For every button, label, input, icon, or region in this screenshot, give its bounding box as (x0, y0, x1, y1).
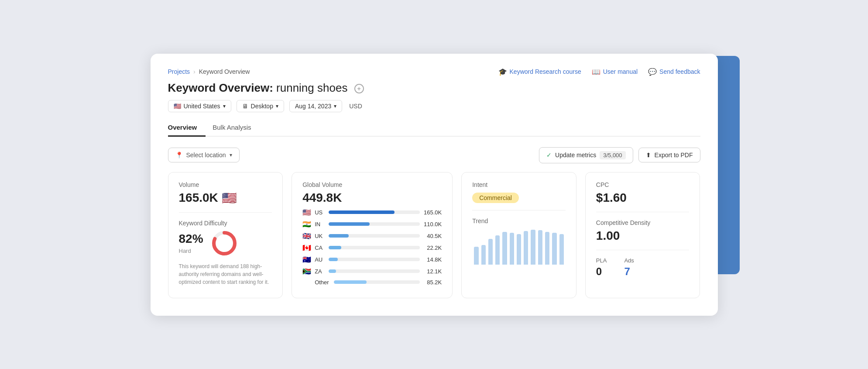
country-row-za: 🇿🇦 ZA 12.1K (302, 267, 442, 276)
country-row-au: 🇦🇺 AU 14.8K (302, 255, 442, 264)
breadcrumb-current: Keyword Overview (199, 68, 250, 75)
code-za: ZA (315, 268, 325, 275)
flag-uk: 🇬🇧 (302, 232, 311, 240)
pla-ads-row: PLA 0 Ads 7 (596, 257, 690, 278)
intent-badge: Commercial (472, 193, 519, 203)
country-row-us: 🇺🇸 US 165.0K (302, 208, 442, 217)
main-card: Projects › Keyword Overview 🎓 Keyword Re… (151, 54, 718, 316)
country-filter[interactable]: 🇺🇸 United States ▾ (168, 100, 231, 112)
user-manual-link[interactable]: 📖 User manual (592, 68, 638, 76)
code-other: Other (315, 279, 330, 286)
difficulty-description: This keyword will demand 188 high-author… (179, 262, 272, 286)
country-label: United States (184, 103, 220, 110)
tab-overview[interactable]: Overview (168, 119, 206, 137)
bar-track-ca (329, 246, 420, 249)
location-pin-icon: 📍 (175, 152, 183, 159)
country-list: 🇺🇸 US 165.0K 🇮🇳 IN 11 (302, 208, 442, 286)
title-prefix: Keyword Overview: (168, 81, 273, 94)
us-flag-volume: 🇺🇸 (222, 191, 237, 205)
pla-value: 0 (596, 266, 607, 278)
breadcrumb: Projects › Keyword Overview (168, 68, 250, 75)
check-icon: ✓ (546, 152, 552, 159)
bar-fill-za (329, 269, 336, 273)
value-uk: 40.5K (423, 233, 442, 239)
country-row-in: 🇮🇳 IN 110.0K (302, 220, 442, 228)
bar-track-other (334, 280, 420, 284)
card-intent-trend: Intent Commercial Trend (461, 172, 576, 298)
value-ca: 22.2K (423, 245, 442, 251)
export-pdf-button[interactable]: ⬆ Export to PDF (638, 148, 700, 162)
tab-bulk-analysis[interactable]: Bulk Analysis (213, 119, 260, 137)
send-feedback-label: Send feedback (659, 68, 700, 75)
divider-4 (596, 250, 690, 250)
user-manual-label: User manual (603, 68, 638, 75)
trend-bar-10 (545, 232, 549, 265)
ads-value: 7 (624, 266, 634, 278)
bar-fill-us (329, 210, 395, 214)
country-row-uk: 🇬🇧 UK 40.5K (302, 232, 442, 240)
volume-label: Volume (179, 181, 272, 188)
breadcrumb-separator: › (193, 68, 196, 75)
volume-value: 165.0K 🇺🇸 (179, 191, 272, 205)
bar-fill-in (329, 222, 370, 226)
select-location-button[interactable]: 📍 Select location ▾ (168, 148, 240, 162)
flag-in: 🇮🇳 (302, 220, 311, 228)
trend-label: Trend (472, 217, 566, 224)
pla-item: PLA 0 (596, 257, 607, 278)
trend-bar-3 (495, 235, 500, 264)
trend-bar-7 (524, 231, 528, 265)
kd-label: Keyword Difficulty (179, 220, 272, 227)
trend-chart (472, 230, 566, 265)
bar-track-uk (329, 234, 420, 238)
send-feedback-link[interactable]: 💬 Send feedback (648, 68, 700, 76)
cpc-value: $1.60 (596, 191, 690, 205)
comp-density-label: Competitive Density (596, 219, 690, 226)
bar-fill-au (329, 258, 338, 261)
update-metrics-button[interactable]: ✓ Update metrics 3/5,000 (539, 147, 633, 163)
date-label: Aug 14, 2023 (295, 103, 331, 110)
bar-fill-other (334, 280, 367, 284)
pla-label: PLA (596, 257, 607, 264)
desktop-icon: 🖥 (242, 103, 248, 110)
bar-fill-uk (329, 234, 349, 238)
value-za: 12.1K (423, 268, 442, 275)
divider-3 (596, 212, 690, 212)
trend-bar-6 (517, 234, 521, 264)
cpc-label: CPC (596, 181, 690, 188)
date-filter[interactable]: Aug 14, 2023 ▾ (289, 100, 342, 112)
keyword-text: running shoes (276, 81, 347, 94)
add-keyword-icon[interactable]: + (354, 84, 364, 93)
trend-bar-0 (474, 247, 478, 265)
intent-label: Intent (472, 181, 566, 188)
book-icon: 📖 (592, 68, 600, 76)
country-row-other: Other 85.2K (302, 279, 442, 286)
bar-track-us (329, 210, 420, 214)
comp-density-value: 1.00 (596, 229, 690, 243)
date-chevron-icon: ▾ (334, 103, 336, 109)
code-au: AU (315, 256, 325, 263)
value-other: 85.2K (423, 279, 442, 286)
metrics-grid: Volume 165.0K 🇺🇸 Keyword Difficulty 82% … (168, 172, 700, 298)
trend-bar-1 (481, 245, 486, 265)
card-volume-difficulty: Volume 165.0K 🇺🇸 Keyword Difficulty 82% … (168, 172, 283, 298)
flag-za: 🇿🇦 (302, 267, 311, 276)
trend-bar-5 (510, 233, 514, 265)
metrics-count-badge: 3/5,000 (600, 151, 625, 159)
export-icon: ⬆ (646, 152, 651, 159)
breadcrumb-parent[interactable]: Projects (168, 68, 190, 75)
keyword-course-link[interactable]: 🎓 Keyword Research course (498, 68, 581, 76)
device-filter[interactable]: 🖥 Desktop ▾ (237, 100, 284, 112)
device-label: Desktop (251, 103, 273, 110)
global-volume-label: Global Volume (302, 181, 442, 188)
trend-bar-9 (538, 230, 542, 265)
country-flag: 🇺🇸 (174, 103, 181, 110)
bar-fill-ca (329, 246, 341, 249)
flag-us: 🇺🇸 (302, 208, 311, 217)
bar-track-za (329, 269, 420, 273)
code-us: US (315, 209, 325, 216)
currency-label: USD (349, 103, 362, 110)
code-uk: UK (315, 233, 325, 239)
chevron-down-icon: ▾ (223, 103, 226, 109)
ads-label: Ads (624, 257, 634, 264)
toolbar: 📍 Select location ▾ ✓ Update metrics 3/5… (168, 147, 700, 163)
